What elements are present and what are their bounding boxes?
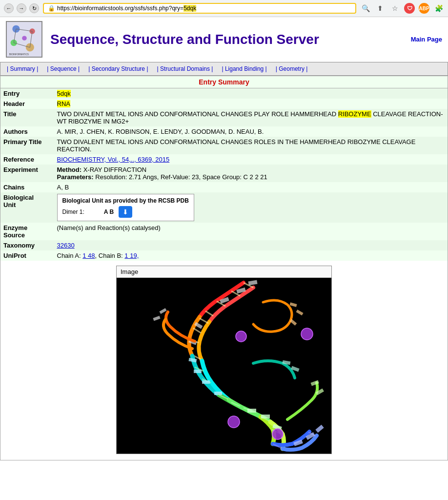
browser-chrome: ← → ↻ 🔒 https://bioinformaticstools.org/… (0, 0, 448, 17)
header-value-text: RNA (57, 100, 70, 107)
biological-unit-label: BiologicalUnit (0, 192, 54, 223)
bookmark-icon[interactable]: ☆ (389, 3, 400, 14)
title-value: TWO DIVALENT METAL IONS AND CONFORMATION… (54, 109, 448, 126)
molecule-svg (117, 278, 331, 454)
image-row: Image (0, 261, 448, 460)
uniprot-label: UniProt (0, 250, 54, 261)
section-header-row: Entry Summary (0, 76, 448, 88)
reference-label: Reference (0, 154, 54, 165)
uniprot-chain-b-label: Chain B: (99, 252, 123, 259)
reference-link[interactable]: BIOCHEMISTRY, Vol., 54,.., 6369, 2015 (57, 156, 170, 163)
bio-unit-dimer: Dimer 1: (62, 208, 84, 215)
parameters-value: Resolution: 2.71 Angs, Ref-Value: 23, Sp… (95, 173, 267, 181)
nav-item-geometry[interactable]: | Geometry | (271, 64, 312, 74)
download-button[interactable]: ⬇ (119, 206, 132, 218)
primary-title-label: Primary Title (0, 137, 54, 154)
chains-row: Chains A, B (0, 182, 448, 192)
taxonomy-label: Taxonomy (0, 240, 54, 250)
chains-value: A, B (54, 182, 448, 192)
taxonomy-value: 32630 (54, 240, 448, 250)
entry-row: Entry 5dqk (0, 88, 448, 99)
svg-rect-33 (188, 358, 197, 363)
content: Entry Summary Entry 5dqk Header RNA Titl… (0, 76, 448, 460)
nav-item-secondary-structure[interactable]: | Secondary Structure | (84, 64, 152, 74)
reference-row: Reference BIOCHEMISTRY, Vol., 54,.., 636… (0, 154, 448, 165)
entry-table: Entry Summary Entry 5dqk Header RNA Titl… (0, 76, 448, 460)
search-icon[interactable]: 🔍 (360, 3, 371, 14)
image-label: Image (117, 266, 331, 278)
bio-unit-chains: A B (104, 208, 114, 215)
svg-rect-37 (247, 409, 256, 413)
enzyme-source-row: EnzymeSource (Name(s) and Reaction(s) ca… (0, 223, 448, 240)
reference-value: BIOCHEMISTRY, Vol., 54,.., 6369, 2015 (54, 154, 448, 165)
forward-button[interactable]: → (17, 3, 26, 13)
nav-item-sequence[interactable]: | Sequence | (42, 64, 84, 74)
section-title: Entry Summary (0, 76, 448, 88)
parameters-label: Parameters: (57, 173, 94, 181)
experiment-label: Experiment (0, 165, 54, 182)
lock-icon: 🔒 (48, 5, 55, 12)
shield-icon[interactable]: 🛡 (404, 3, 415, 14)
svg-rect-34 (194, 370, 202, 373)
authors-row: Authors A. MIR, J. CHEN, K. ROBINSON, E.… (0, 126, 448, 137)
title-row: Title TWO DIVALENT METAL IONS AND CONFOR… (0, 109, 448, 126)
browser-controls: ← → ↻ (4, 3, 39, 13)
uniprot-chain-b-link[interactable]: 1 19, (124, 252, 139, 259)
svg-rect-36 (214, 392, 222, 395)
adblock-icon[interactable]: ABP (419, 3, 429, 14)
bio-unit-row: Dimer 1: A B ⬇ (62, 206, 189, 218)
entry-value: 5dqk (54, 88, 448, 99)
image-cell: Image (0, 261, 448, 460)
primary-title-row: Primary Title TWO DIVALENT METAL IONS AN… (0, 137, 448, 154)
authors-value: A. MIR, J. CHEN, K. ROBINSON, E. LENDY, … (54, 126, 448, 137)
extension-icon[interactable]: 🧩 (433, 3, 444, 14)
method-value: X-RAY DIFFRACTION (83, 166, 147, 173)
svg-text:BIOINFORMATICS: BIOINFORMATICS (9, 53, 29, 56)
svg-rect-52 (153, 316, 160, 321)
header-label: Header (0, 99, 54, 109)
method-label: Method: (57, 166, 82, 173)
site-logo: BIOINFORMATICS (6, 21, 42, 58)
image-container: Image (116, 266, 332, 454)
nav-bar: | Summary | | Sequence | | Secondary Str… (0, 62, 448, 76)
svg-point-5 (22, 36, 26, 40)
uniprot-chain-a-label: Chain A: (57, 252, 81, 259)
authors-label: Authors (0, 126, 54, 137)
svg-rect-42 (315, 425, 324, 433)
svg-line-15 (200, 318, 208, 323)
svg-line-14 (205, 311, 213, 316)
svg-rect-31 (194, 322, 203, 329)
molecule-image (117, 278, 331, 454)
back-button[interactable]: ← (4, 3, 14, 13)
chains-label: Chains (0, 182, 54, 192)
enzyme-source-value: (Name(s) and Reaction(s) catalysed) (54, 223, 448, 240)
title-label: Title (0, 109, 54, 126)
nav-item-ligand-binding[interactable]: | Ligand Binding | (217, 64, 271, 74)
uniprot-value: Chain A: 1 48, Chain B: 1 19, (54, 250, 448, 261)
main-page-link[interactable]: Main Page (411, 36, 442, 43)
url-highlight: 5dqk (183, 5, 196, 12)
svg-line-16 (193, 328, 201, 333)
experiment-row: Experiment Method: X-RAY DIFFRACTION Par… (0, 165, 448, 182)
nav-item-summary[interactable]: | Summary | (2, 64, 42, 74)
refresh-button[interactable]: ↻ (29, 3, 39, 13)
primary-title-value: TWO DIVALENT METAL IONS AND CONFORMATION… (54, 137, 448, 154)
svg-rect-35 (202, 380, 210, 384)
enzyme-source-label: EnzymeSource (0, 223, 54, 240)
biological-unit-value: Biological Unit as provided by the RCSB … (54, 192, 448, 223)
svg-rect-28 (248, 280, 257, 285)
svg-rect-57 (289, 302, 297, 307)
bio-unit-title: Biological Unit as provided by the RCSB … (62, 197, 189, 204)
taxonomy-link[interactable]: 32630 (57, 242, 75, 249)
site-header: BIOINFORMATICS Sequence, Structure and F… (0, 17, 448, 62)
header-value: RNA (54, 99, 448, 109)
url-text: https://bioinformaticstools.org/ssfs/ssf… (57, 5, 351, 12)
svg-rect-38 (261, 415, 270, 418)
share-icon[interactable]: ⬆ (375, 3, 386, 14)
uniprot-chain-a-link[interactable]: 1 48 (82, 252, 95, 259)
url-prefix: https://bioinformaticstools.org/ssfs/ssf… (57, 5, 183, 12)
taxonomy-row: Taxonomy 32630 (0, 240, 448, 250)
nav-item-structural-domains[interactable]: | Structural Domains | (153, 64, 218, 74)
ribozyme-highlight1: RIBOZYME (338, 110, 371, 118)
url-bar[interactable]: 🔒 https://bioinformaticstools.org/ssfs/s… (43, 3, 356, 14)
